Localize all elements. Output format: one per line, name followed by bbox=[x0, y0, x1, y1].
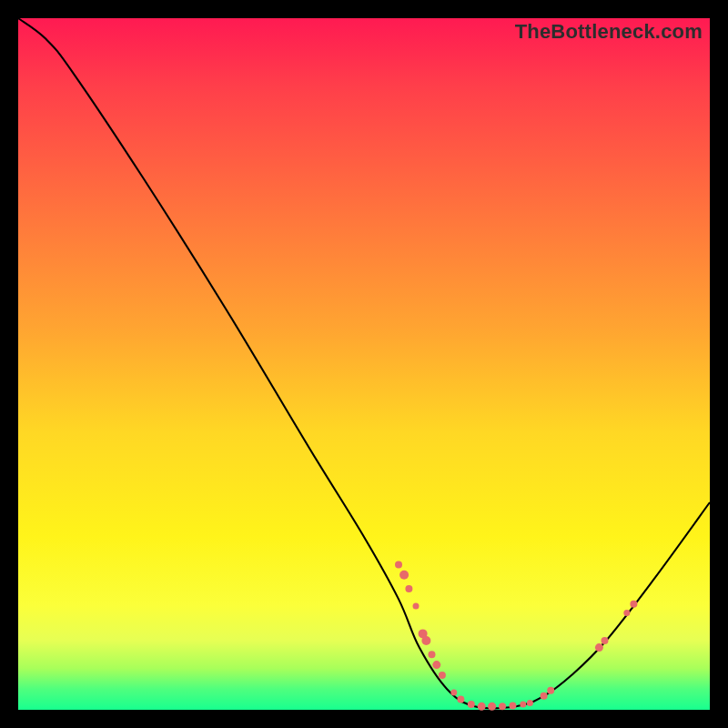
data-point bbox=[595, 643, 603, 652]
data-point bbox=[405, 585, 412, 592]
data-point bbox=[509, 702, 516, 709]
data-point bbox=[623, 610, 630, 616]
data-point bbox=[527, 700, 533, 706]
data-point bbox=[630, 601, 637, 608]
data-point bbox=[457, 696, 464, 703]
data-point bbox=[547, 687, 554, 694]
data-point bbox=[413, 603, 420, 610]
data-point bbox=[395, 561, 402, 568]
chart-area: TheBottleneck.com bbox=[18, 18, 710, 710]
data-point bbox=[541, 693, 548, 700]
data-point bbox=[601, 637, 608, 644]
data-point bbox=[439, 672, 446, 679]
data-points bbox=[395, 561, 637, 710]
chart-svg bbox=[18, 18, 710, 710]
data-point bbox=[468, 701, 475, 708]
data-point bbox=[432, 661, 440, 669]
data-point bbox=[499, 703, 506, 710]
data-point bbox=[520, 701, 526, 707]
data-point bbox=[399, 571, 409, 580]
data-point bbox=[428, 651, 435, 658]
data-point bbox=[450, 690, 457, 696]
data-point bbox=[421, 636, 430, 645]
data-point bbox=[478, 703, 486, 711]
data-point bbox=[488, 703, 496, 711]
valley-curve bbox=[18, 18, 710, 708]
